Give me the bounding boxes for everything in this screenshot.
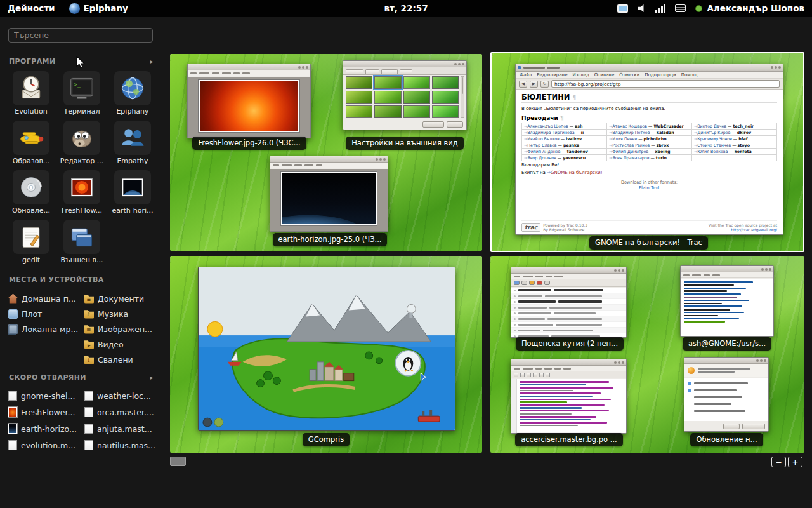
message-row[interactable]	[511, 311, 626, 316]
wallpaper-thumbnail[interactable]	[432, 76, 459, 89]
app-gedit[interactable]: gedit	[6, 220, 56, 264]
app-empathy[interactable]: Empathy	[108, 121, 157, 165]
message-row[interactable]	[511, 288, 626, 293]
wallpaper-thumbnail[interactable]	[403, 91, 430, 104]
update-row[interactable]	[688, 387, 765, 394]
message-row[interactable]	[511, 322, 626, 328]
workspace-2-active[interactable]: ФайлРедактиранеИзгледОтиванеОтметкиПодпр…	[490, 52, 804, 252]
workspace-1[interactable]: FreshFlower.jpg-26.0 (ЧЗС... Настройки н…	[170, 54, 482, 251]
menu-item[interactable]: Файл	[520, 72, 532, 77]
place-home[interactable]: Домашна п...	[8, 291, 81, 306]
forward-button[interactable]: ▶	[530, 81, 538, 88]
recent-expand-icon[interactable]: ▸	[150, 374, 154, 381]
recent-item-file[interactable]: orca.master....	[84, 404, 157, 420]
message-row[interactable]	[511, 305, 626, 311]
menu-item[interactable]: Подпрозорци	[645, 72, 676, 77]
recent-item-file[interactable]: evolution.m...	[8, 437, 81, 453]
reload-button[interactable]: ↻	[540, 81, 549, 88]
update-row[interactable]	[688, 394, 765, 401]
recent-item-image-dark[interactable]: earth-horizo...	[8, 420, 81, 437]
translator-cell[interactable]: →Илия Пенев — picholicho	[607, 136, 692, 142]
app-menu[interactable]: Epiphany	[63, 3, 134, 14]
place-videos[interactable]: Видео	[84, 337, 157, 352]
app-appearance[interactable]: Външен в...	[57, 220, 107, 264]
gimp-freshflower-window[interactable]	[187, 64, 311, 138]
wallpaper-thumbnail[interactable]	[346, 105, 372, 118]
programs-expand-icon[interactable]: ▸	[150, 58, 154, 65]
wallpaper-thumbnail[interactable]	[346, 91, 372, 104]
menu-item[interactable]: Помощ	[681, 72, 698, 77]
translator-cell[interactable]: →Атанас Кошаров — WebCrusader	[607, 123, 692, 130]
translator-cell[interactable]: →Виктор Дачев — tech_noir	[692, 123, 777, 130]
recent-item-file[interactable]: gnome-shel...	[8, 387, 81, 404]
app-terminal[interactable]: >_Терминал	[57, 71, 107, 116]
menu-item[interactable]: Редактиране	[537, 72, 567, 77]
workspace-indicator[interactable]	[170, 457, 186, 466]
network-icon[interactable]	[655, 4, 665, 13]
wallpaper-thumbnail[interactable]	[346, 76, 372, 89]
translator-cell[interactable]: →Явор Доганов — yavorescu	[522, 155, 607, 161]
workspace-3[interactable]: GCompris	[170, 256, 482, 453]
url-field[interactable]: http://fsa-bg.org/project/gtp	[551, 80, 780, 88]
app-gimp[interactable]: Редактор ...	[57, 121, 107, 165]
activities-button[interactable]: Дейности	[0, 0, 63, 17]
gedit-window[interactable]	[511, 359, 627, 434]
place-network-place[interactable]: Локална мр...	[8, 321, 81, 337]
menu-item[interactable]: Отметки	[619, 72, 639, 77]
gimp-earth-window[interactable]	[270, 156, 388, 232]
display-icon[interactable]	[617, 4, 628, 13]
translator-cell[interactable]: →Филип Андонов — fandonov	[522, 149, 607, 155]
place-documents[interactable]: Документи	[84, 291, 157, 306]
recent-item-file[interactable]: nautilus.mas...	[84, 437, 157, 453]
update-row[interactable]	[688, 401, 765, 408]
update-row[interactable]	[688, 408, 765, 415]
translator-cell[interactable]: →Юлия Велкова — konfeta	[692, 149, 777, 155]
wallpaper-thumbnail[interactable]	[374, 91, 401, 104]
volume-icon[interactable]	[638, 4, 646, 13]
translator-cell[interactable]: →Стойчо Станчев — stoyo	[692, 142, 777, 149]
recent-item-file[interactable]: anjuta.mast...	[84, 420, 157, 437]
wallpaper-thumbnail[interactable]	[374, 105, 401, 118]
place-pictures[interactable]: Изображен...	[84, 321, 157, 337]
translator-cell[interactable]: →Филип Димитров — xboing	[607, 149, 692, 155]
place-downloads[interactable]: Свалени	[84, 352, 157, 367]
place-music[interactable]: Музика	[84, 306, 157, 321]
update-manager-window[interactable]	[684, 357, 769, 432]
plain-text-link[interactable]: Plain Text	[521, 185, 777, 190]
scrollbar[interactable]	[461, 76, 464, 118]
wallpaper-thumbnail[interactable]	[403, 105, 430, 118]
recent-item-file[interactable]: weather-loc...	[84, 387, 157, 404]
terminal-window[interactable]	[680, 265, 774, 337]
app-earth[interactable]: earth-hori...	[108, 170, 157, 215]
keyboard-icon[interactable]	[675, 4, 686, 12]
message-row[interactable]	[511, 316, 626, 322]
search-input[interactable]	[8, 28, 153, 43]
menu-item[interactable]: Изглед	[572, 72, 589, 77]
wallpaper-thumbnail[interactable]	[432, 91, 459, 104]
appearance-window[interactable]	[343, 60, 467, 130]
translator-cell[interactable]: →Ростислав Райков — zbrox	[607, 142, 692, 149]
translator-cell[interactable]: →Димитър Киров — dkirov	[692, 130, 777, 136]
evolution-window[interactable]	[511, 267, 627, 338]
team-link[interactable]: GNOME на български!	[551, 170, 603, 175]
app-gcompris[interactable]: Образов...	[6, 121, 56, 165]
translator-cell[interactable]: →Ивайло Вълков — ivalkov	[522, 136, 607, 142]
translator-cell[interactable]: →Красимир Чонов — bfaf	[692, 136, 777, 142]
clock[interactable]: вт, 22:57	[384, 3, 428, 13]
remove-workspace-button[interactable]: −	[771, 457, 786, 467]
translator-cell[interactable]: →Владимир Петков — kaladan	[607, 130, 692, 136]
app-updates[interactable]: Обновле...	[6, 170, 56, 215]
recent-item-image-red[interactable]: FreshFlower...	[8, 404, 81, 420]
app-freshflower[interactable]: FreshFlow...	[57, 170, 107, 215]
translator-cell[interactable]: →Александър Шопов — ash	[522, 123, 607, 130]
back-button[interactable]: ◀	[519, 81, 527, 88]
message-row[interactable]	[511, 299, 626, 305]
epiphany-window[interactable]: ФайлРедактиранеИзгледОтиванеОтметкиПодпр…	[515, 64, 783, 235]
message-row[interactable]	[511, 293, 626, 299]
translator-cell[interactable]: →Петър Славов — peshka	[522, 142, 607, 149]
place-desktop[interactable]: Плот	[8, 306, 81, 321]
update-row[interactable]	[688, 380, 765, 387]
app-evolution[interactable]: Evolution	[6, 71, 56, 116]
add-workspace-button[interactable]: +	[788, 457, 802, 467]
trac-link[interactable]: http://trac.edgewall.org/	[709, 227, 777, 232]
